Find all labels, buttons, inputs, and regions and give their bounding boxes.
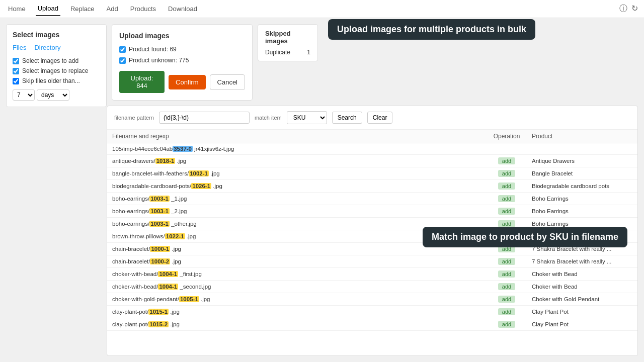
operation-cell: add [487, 306, 527, 318]
table-row: bangle-bracelet-with-feathers/1002-1 .jp… [107, 167, 637, 180]
top-nav: Home Upload Replace Add Products Downloa… [0, 0, 644, 18]
filename-cell: 105/imp-b44ece6c04ab3537-0 jr41xjisv6z-t… [107, 143, 487, 155]
search-button[interactable]: Search [332, 112, 362, 124]
operation-badge: add [498, 157, 515, 164]
upload-panel-title: Upload images [119, 32, 245, 40]
upload-button[interactable]: Upload: 844 [119, 71, 165, 93]
skipped-duplicate-row: Duplicate 1 [265, 49, 310, 56]
sku-highlight: 1004-1 [158, 271, 178, 277]
table-row: boho-earrings/1003-1 _2.jpgaddBoho Earri… [107, 205, 637, 218]
sku-highlight: 1003-1 [149, 208, 170, 214]
upload-panel: Upload images Product found: 69 Product … [112, 24, 253, 101]
tooltip2-bubble: Match image to product by SKU in filenam… [423, 227, 627, 247]
sku-highlight: 1003-1 [149, 196, 170, 202]
table-row: clay-plant-pot/1015-1 .jpgaddClay Plant … [107, 306, 637, 318]
tooltip2-area: Match image to product by SKU in filenam… [423, 227, 627, 247]
operation-cell: add [487, 205, 527, 218]
sku-highlight: 1026-1 [191, 183, 211, 189]
product-cell: Clay Plant Pot [527, 318, 637, 331]
product-cell [527, 143, 637, 155]
sku-highlight: 1022-1 [165, 233, 185, 239]
refresh-icon[interactable]: ↻ [631, 4, 638, 14]
tab-files[interactable]: Files [13, 44, 26, 51]
skipped-duplicate-value: 1 [307, 49, 310, 56]
nav-products[interactable]: Products [128, 2, 158, 16]
filename-cell: boho-earrings/1003-1 _2.jpg [107, 205, 487, 218]
checkbox-skip-label: Skip files older than... [22, 77, 80, 84]
checkbox-replace-input[interactable] [13, 68, 19, 74]
content-wrap: Upload images Product found: 69 Product … [107, 24, 638, 356]
sku-highlight: 1002-1 [189, 170, 209, 176]
filename-cell: clay-plant-pot/1015-2 .jpg [107, 318, 487, 331]
days-unit-select[interactable]: daysweeks [37, 89, 69, 101]
confirm-button[interactable]: Confirm [169, 75, 206, 89]
checkbox-skip-input[interactable] [13, 78, 19, 84]
operation-badge: add [498, 270, 515, 278]
sku-highlight: 1003-1 [149, 221, 170, 227]
checkbox-replace: Select images to replace [13, 67, 100, 74]
nav-add[interactable]: Add [105, 2, 120, 16]
filename-cell: choker-with-gold-pendant/1005-1 .jpg [107, 293, 487, 306]
table-row: choker-with-bead/1004-1 _second.jpgaddCh… [107, 281, 637, 293]
table-row: choker-with-gold-pendant/1005-1 .jpgaddC… [107, 293, 637, 306]
operation-badge: add [498, 208, 515, 215]
product-unknown-checkbox[interactable] [119, 57, 126, 64]
bottom-panel: filename pattern match item SKUProduct S… [107, 106, 638, 356]
filename-cell: biodegradable-cardboard-pots/1026-1 .jpg [107, 180, 487, 193]
operation-cell: add [487, 268, 527, 281]
product-found-label: Product found: 69 [129, 46, 177, 53]
operation-badge: add [498, 170, 515, 177]
days-number-select[interactable]: 71430 [13, 89, 35, 101]
product-cell: Choker with Gold Pendant [527, 293, 637, 306]
checkbox-add-label: Select images to add [22, 57, 78, 64]
operation-badge: add [498, 308, 515, 315]
search-bar: filename pattern match item SKUProduct S… [107, 106, 637, 130]
operation-badge: add [498, 183, 515, 190]
operation-badge: add [498, 195, 515, 202]
product-found-row: Product found: 69 [119, 46, 245, 53]
match-item-label: match item [255, 115, 282, 121]
operation-badge: add [498, 220, 515, 227]
nav-upload[interactable]: Upload [36, 2, 60, 16]
table-row: boho-earrings/1003-1 _1.jpgaddBoho Earri… [107, 193, 637, 205]
left-panel: Select images Files Directory Select ima… [6, 24, 107, 107]
product-unknown-row: Product unknown: 775 [119, 57, 245, 64]
operation-badge: add [498, 296, 515, 303]
filename-cell: chain-bracelet/1000-2 .jpg [107, 255, 487, 268]
nav-download[interactable]: Download [166, 2, 199, 16]
cancel-button[interactable]: Cancel [210, 74, 245, 90]
table-row: biodegradable-cardboard-pots/1026-1 .jpg… [107, 180, 637, 193]
product-found-checkbox[interactable] [119, 46, 126, 53]
file-tabs: Files Directory [13, 44, 100, 51]
operation-cell: add [487, 293, 527, 306]
product-unknown-label: Product unknown: 775 [129, 57, 189, 64]
product-cell: Boho Earrings [527, 193, 637, 205]
col-operation: Operation [487, 130, 527, 143]
operation-cell: add [487, 281, 527, 293]
nav-icons: ⓘ ↻ [619, 4, 638, 14]
match-item-select[interactable]: SKUProduct [287, 111, 327, 124]
filename-cell: bangle-bracelet-with-feathers/1002-1 .jp… [107, 167, 487, 180]
sku-highlight: 1000-2 [150, 258, 170, 264]
skipped-panel: Skipped images Duplicate 1 [258, 24, 318, 61]
table-row: chain-bracelet/1000-2 .jpgadd7 Shakra Br… [107, 255, 637, 268]
tab-directory[interactable]: Directory [34, 44, 60, 51]
nav-home[interactable]: Home [6, 2, 28, 16]
operation-cell: add [487, 167, 527, 180]
clear-button[interactable]: Clear [367, 112, 393, 124]
operation-cell: add [487, 193, 527, 205]
help-icon[interactable]: ⓘ [619, 4, 627, 14]
product-cell: Biodegradable cardboard pots [527, 180, 637, 193]
operation-badge: add [498, 321, 515, 328]
checkbox-add-input[interactable] [13, 58, 19, 64]
operation-cell: add [487, 180, 527, 193]
table-row: antique-drawers/1018-1 .jpgaddAntique Dr… [107, 155, 637, 167]
sku-highlight: 1005-1 [179, 296, 199, 302]
operation-badge: add [498, 283, 515, 290]
sku-highlight: 1015-2 [148, 321, 169, 327]
tooltip1-bubble: Upload images for multiple products in b… [328, 19, 535, 40]
nav-replace[interactable]: Replace [68, 2, 97, 16]
sku-highlight: 1015-1 [148, 309, 169, 315]
skipped-title: Skipped images [265, 30, 310, 45]
filename-pattern-input[interactable] [159, 112, 250, 124]
